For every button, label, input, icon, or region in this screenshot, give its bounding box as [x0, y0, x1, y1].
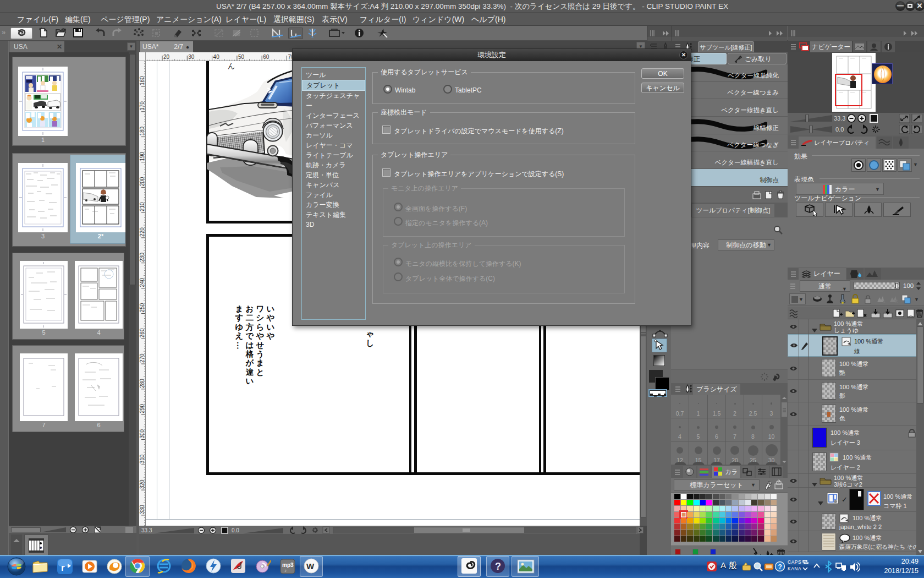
svg-text:?: ?	[778, 563, 782, 571]
svg-text:320: 320	[139, 479, 145, 489]
svg-text:280: 280	[139, 379, 145, 388]
svg-text:330: 330	[139, 505, 145, 514]
svg-text:240: 240	[139, 277, 145, 287]
svg-text:260: 260	[139, 328, 145, 337]
svg-text:190: 190	[139, 151, 145, 161]
svg-text:230: 230	[139, 253, 145, 262]
svg-text:220: 220	[139, 227, 145, 237]
svg-text:250: 250	[139, 303, 145, 312]
svg-text:20: 20	[163, 54, 170, 60]
svg-text:300: 300	[139, 429, 145, 438]
svg-text:W: W	[306, 561, 315, 571]
svg-text:♪: ♪	[284, 568, 287, 573]
svg-text:290: 290	[139, 404, 145, 413]
svg-text:50: 50	[238, 54, 245, 60]
svg-text:170: 170	[139, 101, 145, 111]
svg-text:210: 210	[139, 202, 145, 211]
svg-text:30: 30	[188, 54, 195, 60]
svg-text:mp3: mp3	[282, 562, 294, 568]
svg-text:r: r	[61, 563, 65, 573]
svg-text:310: 310	[139, 454, 145, 464]
svg-text:270: 270	[139, 353, 145, 363]
svg-text:40: 40	[213, 54, 220, 60]
svg-text:180: 180	[139, 126, 145, 135]
svg-text:?: ?	[495, 561, 501, 572]
svg-text:200: 200	[139, 177, 145, 186]
svg-text:60: 60	[263, 54, 270, 60]
